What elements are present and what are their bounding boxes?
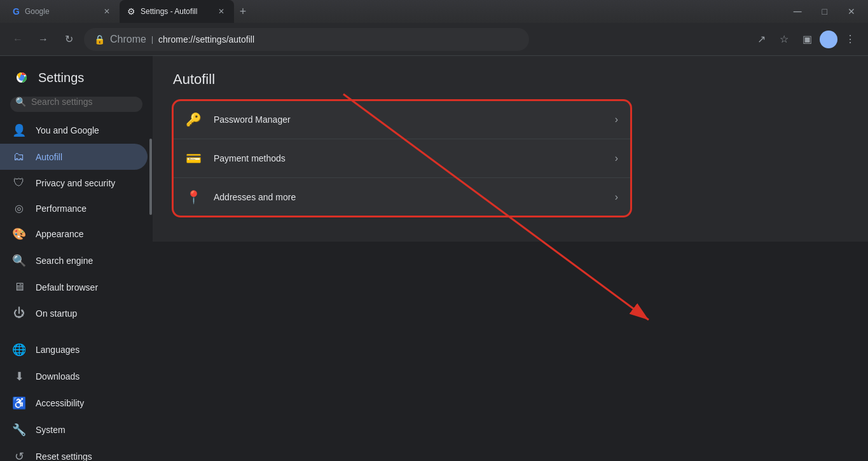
share-icon: ↗ <box>757 33 766 45</box>
sidebar-item-appearance[interactable]: 🎨 Appearance <box>0 221 148 247</box>
person-icon: 👤 <box>13 123 25 137</box>
sidebar-label-system: System <box>36 425 65 435</box>
sidebar-item-autofill[interactable]: 🗂 Autofill <box>0 144 148 170</box>
languages-icon: 🌐 <box>13 343 25 357</box>
password-manager-arrow: › <box>615 114 618 125</box>
browser-icon: 🖥 <box>13 280 25 294</box>
search-engine-icon: 🔍 <box>13 254 25 268</box>
sidebar-item-privacy-security[interactable]: 🛡 Privacy and security <box>0 170 148 196</box>
sidebar-header: Settings <box>0 61 153 97</box>
security-icon: 🔒 <box>94 34 105 45</box>
tab-google-favicon: G <box>13 6 20 17</box>
downloads-icon: ⬇ <box>13 369 25 383</box>
sidebar-toggle-button[interactable]: ▣ <box>797 29 817 50</box>
sidebar-label-accessibility: Accessibility <box>36 398 84 408</box>
sidebar-item-languages[interactable]: 🌐 Languages <box>0 336 148 363</box>
minimize-button[interactable]: ─ <box>786 3 809 21</box>
payment-methods-row[interactable]: 💳 Payment methods › <box>173 139 631 178</box>
window-controls: ─ □ ✕ <box>786 3 863 21</box>
tabs-container: G Google ✕ ⚙ Settings - Autofill ✕ + <box>5 0 252 23</box>
back-button[interactable]: ← <box>8 29 28 50</box>
bookmark-button[interactable]: ☆ <box>774 29 794 50</box>
password-manager-label: Password Manager <box>214 114 602 125</box>
system-icon: 🔧 <box>13 423 25 437</box>
sidebar-item-you-and-google[interactable]: 👤 You and Google <box>0 117 148 144</box>
tab-settings-close[interactable]: ✕ <box>216 6 226 17</box>
key-icon: 🔑 <box>186 112 201 127</box>
addressbar-actions: ↗ ☆ ▣ ⋮ <box>751 29 860 50</box>
content-area: Autofill 🔑 Password Manager › 💳 Payment … <box>153 56 868 242</box>
sidebar-toggle-icon: ▣ <box>803 33 812 45</box>
search-icon: 🔍 <box>15 97 26 107</box>
sidebar-label-downloads: Downloads <box>36 371 79 382</box>
share-button[interactable]: ↗ <box>751 29 771 50</box>
accessibility-icon: ♿ <box>13 396 25 410</box>
payment-methods-label: Payment methods <box>214 153 602 163</box>
close-button[interactable]: ✕ <box>840 4 863 19</box>
shield-icon: 🛡 <box>13 176 25 189</box>
tab-google-close[interactable]: ✕ <box>102 6 112 17</box>
forward-button[interactable]: → <box>33 29 53 50</box>
forward-icon: → <box>38 34 48 45</box>
bookmark-icon: ☆ <box>780 33 789 45</box>
page-title: Autofill <box>173 71 848 88</box>
credit-card-icon: 💳 <box>186 151 201 166</box>
sidebar-scrollbar-thumb <box>149 139 152 215</box>
sidebar-label-autofill: Autofill <box>36 152 62 162</box>
site-label: Chrome <box>110 34 146 45</box>
reset-icon: ↺ <box>13 450 25 461</box>
sidebar-label-reset: Reset settings <box>36 451 92 461</box>
tab-settings-favicon: ⚙ <box>127 6 135 17</box>
location-icon: 📍 <box>186 189 201 205</box>
sidebar-item-downloads[interactable]: ⬇ Downloads <box>0 363 148 390</box>
tab-google-label: Google <box>25 7 50 16</box>
sidebar-item-reset[interactable]: ↺ Reset settings <box>0 443 148 461</box>
sidebar-label-appearance: Appearance <box>36 229 84 239</box>
performance-icon: ◎ <box>13 202 25 214</box>
reload-icon: ↻ <box>65 33 73 45</box>
sidebar-label-you-and-google: You and Google <box>36 125 99 135</box>
sidebar-item-default-browser[interactable]: 🖥 Default browser <box>0 274 148 300</box>
tab-google[interactable]: G Google ✕ <box>5 0 120 23</box>
sidebar-item-system[interactable]: 🔧 System <box>0 416 148 443</box>
tab-settings[interactable]: ⚙ Settings - Autofill ✕ <box>120 0 234 23</box>
main-layout: Settings 🔍 👤 You and Google 🗂 Autofill 🛡… <box>0 56 868 461</box>
sidebar-item-on-startup[interactable]: ⏻ On startup <box>0 300 148 326</box>
settings-title: Settings <box>38 71 84 85</box>
addresses-row[interactable]: 📍 Addresses and more › <box>173 178 631 216</box>
profile-button[interactable] <box>820 31 837 48</box>
sidebar-item-search-engine[interactable]: 🔍 Search engine <box>0 247 148 274</box>
new-tab-icon: + <box>240 5 247 18</box>
tab-settings-label: Settings - Autofill <box>141 7 197 16</box>
new-tab-button[interactable]: + <box>234 3 252 20</box>
autofill-icon: 🗂 <box>13 150 25 163</box>
payment-methods-arrow: › <box>615 153 618 164</box>
menu-button[interactable]: ⋮ <box>840 29 860 50</box>
password-manager-row[interactable]: 🔑 Password Manager › <box>173 100 631 139</box>
sidebar-label-startup: On startup <box>36 308 77 319</box>
addresses-arrow: › <box>615 191 618 203</box>
sidebar-label-languages: Languages <box>36 345 79 355</box>
sidebar-search-bar: 🔍 <box>10 97 142 112</box>
menu-icon: ⋮ <box>845 33 855 45</box>
content-wrapper: Autofill 🔑 Password Manager › 💳 Payment … <box>153 56 868 461</box>
sidebar-label-performance: Performance <box>36 203 86 214</box>
url-bar[interactable]: 🔒 Chrome | chrome://settings/autofill <box>84 28 529 51</box>
url-text: chrome://settings/autofill <box>158 34 254 45</box>
sidebar: Settings 🔍 👤 You and Google 🗂 Autofill 🛡… <box>0 56 153 461</box>
addresses-label: Addresses and more <box>214 192 602 202</box>
titlebar: G Google ✕ ⚙ Settings - Autofill ✕ + ─ □… <box>0 0 868 23</box>
back-icon: ← <box>13 34 23 45</box>
chrome-logo-icon <box>13 69 31 86</box>
addressbar: ← → ↻ 🔒 Chrome | chrome://settings/autof… <box>0 23 868 56</box>
sidebar-item-performance[interactable]: ◎ Performance <box>0 196 148 221</box>
appearance-icon: 🎨 <box>13 227 25 241</box>
reload-button[interactable]: ↻ <box>59 29 79 50</box>
sidebar-label-browser: Default browser <box>36 282 98 292</box>
sidebar-item-accessibility[interactable]: ♿ Accessibility <box>0 390 148 416</box>
search-input[interactable] <box>31 97 137 107</box>
sidebar-label-search: Search engine <box>36 256 93 266</box>
maximize-button[interactable]: □ <box>815 4 835 19</box>
autofill-card: 🔑 Password Manager › 💳 Payment methods ›… <box>173 100 631 216</box>
sidebar-label-privacy: Privacy and security <box>36 178 115 188</box>
